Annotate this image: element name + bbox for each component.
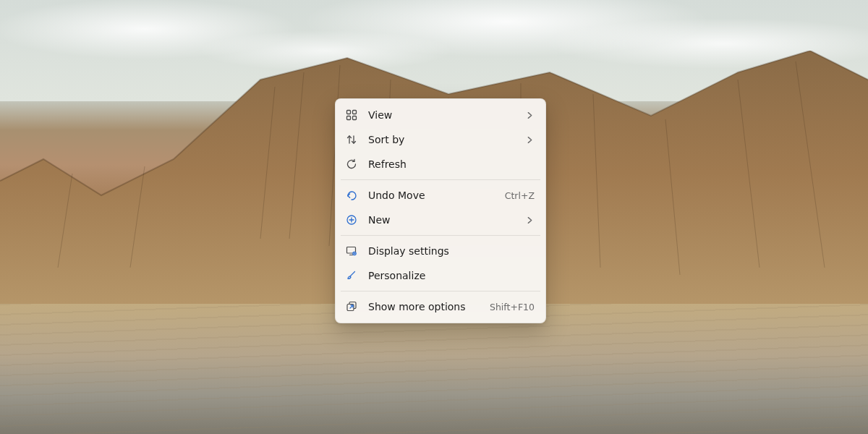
svg-rect-1 — [353, 111, 357, 114]
menu-separator — [341, 291, 540, 292]
menu-item-shortcut: Shift+F10 — [490, 302, 535, 312]
menu-item-show-more-options[interactable]: Show more options Shift+F10 — [339, 294, 542, 319]
chevron-right-icon — [524, 136, 535, 144]
menu-separator — [341, 179, 540, 180]
desktop-context-menu: View Sort by — [335, 98, 546, 323]
svg-rect-2 — [347, 116, 351, 120]
personalize-paintbrush-icon — [345, 269, 358, 282]
menu-item-view[interactable]: View — [339, 103, 542, 127]
menu-item-shortcut: Ctrl+Z — [505, 190, 535, 201]
menu-item-display-settings[interactable]: Display settings — [339, 239, 542, 263]
svg-rect-3 — [353, 116, 357, 120]
menu-item-undo-move[interactable]: Undo Move Ctrl+Z — [339, 183, 542, 208]
wallpaper-foreground — [0, 304, 868, 434]
menu-item-label: Display settings — [368, 245, 535, 257]
menu-item-label: New — [368, 214, 524, 226]
chevron-right-icon — [524, 216, 535, 224]
menu-item-label: Show more options — [368, 301, 484, 312]
menu-item-sort-by[interactable]: Sort by — [339, 127, 542, 152]
menu-item-label: View — [368, 109, 524, 121]
menu-item-label: Sort by — [368, 134, 524, 145]
view-grid-icon — [345, 109, 358, 122]
new-plus-icon — [345, 213, 358, 226]
menu-separator — [341, 235, 540, 236]
menu-item-label: Refresh — [368, 158, 535, 170]
desktop-wallpaper[interactable]: View Sort by — [0, 0, 868, 434]
sort-arrows-icon — [345, 133, 358, 146]
show-more-options-icon — [345, 300, 358, 313]
display-settings-icon — [345, 244, 358, 258]
menu-item-new[interactable]: New — [339, 208, 542, 232]
svg-rect-0 — [347, 111, 351, 114]
undo-icon — [345, 189, 358, 202]
refresh-icon — [345, 158, 358, 171]
menu-item-refresh[interactable]: Refresh — [339, 152, 542, 176]
menu-item-personalize[interactable]: Personalize — [339, 263, 542, 288]
menu-item-label: Personalize — [368, 270, 535, 281]
menu-item-label: Undo Move — [368, 190, 499, 201]
chevron-right-icon — [524, 111, 535, 119]
